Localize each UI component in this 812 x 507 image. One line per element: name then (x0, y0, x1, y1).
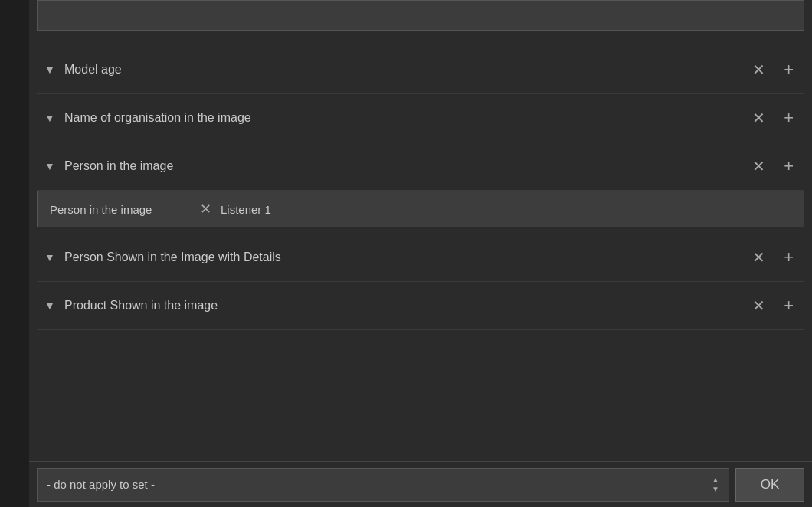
list-item-product-shown[interactable]: ▼ Product Shown in the image ✕ + (37, 282, 804, 330)
arrow-up-icon: ▲ (712, 476, 719, 484)
bottom-bar: - do not apply to set - ▲ ▼ OK (29, 461, 812, 507)
remove-model-age-button[interactable]: ✕ (749, 61, 768, 79)
sub-item-label-person-in-image: Person in the image (50, 203, 188, 216)
list-item-left: ▼ Product Shown in the image (44, 299, 218, 312)
add-person-in-image-button[interactable]: + (781, 156, 797, 176)
add-model-age-button[interactable]: + (781, 60, 797, 80)
arrow-down-icon: ▼ (712, 485, 719, 493)
sub-item-row-person-in-image: Person in the image ✕ Listener 1 (37, 191, 804, 227)
list-area: ▼ Model age ✕ + ▼ Name of organisation i… (29, 46, 812, 461)
left-sidebar (0, 0, 29, 507)
list-item-person-in-image[interactable]: ▼ Person in the image ✕ + (37, 142, 804, 191)
top-image-area (37, 0, 804, 31)
main-container: ▼ Model age ✕ + ▼ Name of organisation i… (0, 0, 812, 507)
remove-person-in-image-button[interactable]: ✕ (749, 157, 768, 175)
chevron-down-icon: ▼ (44, 160, 57, 172)
item-label-person-shown-details: Person Shown in the Image with Details (64, 250, 281, 264)
item-label-person-in-image: Person in the image (64, 159, 173, 173)
list-item-person-shown-details[interactable]: ▼ Person Shown in the Image with Details… (37, 234, 804, 282)
dropdown-container[interactable]: - do not apply to set - ▲ ▼ (37, 468, 729, 502)
add-product-shown-button[interactable]: + (781, 296, 797, 316)
dropdown-label: - do not apply to set - (47, 478, 712, 491)
item-label-product-shown: Product Shown in the image (64, 299, 218, 312)
list-item-name-of-organisation[interactable]: ▼ Name of organisation in the image ✕ + (37, 94, 804, 142)
item-label-name-of-organisation: Name of organisation in the image (64, 111, 251, 125)
item-actions: ✕ + (749, 108, 797, 128)
content-area: ▼ Model age ✕ + ▼ Name of organisation i… (29, 0, 812, 507)
item-label-model-age: Model age (64, 63, 122, 77)
chevron-down-icon: ▼ (44, 64, 57, 76)
item-actions: ✕ + (749, 156, 797, 176)
chevron-down-icon: ▼ (44, 112, 57, 124)
list-item-model-age[interactable]: ▼ Model age ✕ + (37, 46, 804, 94)
list-item-left: ▼ Person Shown in the Image with Details (44, 250, 281, 264)
remove-sub-item-button[interactable]: ✕ (200, 201, 211, 218)
add-person-shown-details-button[interactable]: + (781, 247, 797, 267)
dropdown-arrows: ▲ ▼ (712, 476, 719, 493)
ok-button[interactable]: OK (735, 468, 804, 502)
item-actions: ✕ + (749, 296, 797, 316)
item-actions: ✕ + (749, 247, 797, 267)
sub-item-value-listener: Listener 1 (221, 203, 791, 216)
list-item-left: ▼ Model age (44, 63, 122, 77)
chevron-down-icon: ▼ (44, 299, 57, 312)
list-item-left: ▼ Person in the image (44, 159, 173, 173)
item-actions: ✕ + (749, 60, 797, 80)
remove-product-shown-button[interactable]: ✕ (749, 296, 768, 315)
list-item-left: ▼ Name of organisation in the image (44, 111, 251, 125)
chevron-down-icon: ▼ (44, 251, 57, 263)
add-name-of-organisation-button[interactable]: + (781, 108, 797, 128)
remove-name-of-organisation-button[interactable]: ✕ (749, 109, 768, 127)
remove-person-shown-details-button[interactable]: ✕ (749, 248, 768, 267)
